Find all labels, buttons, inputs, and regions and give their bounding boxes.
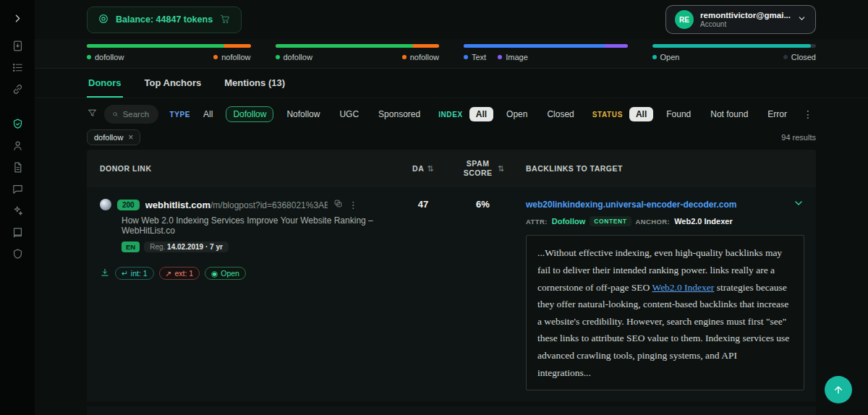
legend-dot (783, 55, 788, 59)
copy-icon[interactable] (333, 199, 343, 210)
spam-cell: 6% (448, 197, 517, 210)
external-links-badge: ↗ext: 1 (159, 267, 200, 280)
legend-dot (87, 55, 91, 59)
top-bar: Balance: 44847 tokens RE remonttivictor@… (35, 0, 868, 39)
search-box[interactable] (104, 105, 158, 124)
filter-status-found[interactable]: Found (660, 106, 697, 122)
target-link[interactable]: web20linkindexing.universal-encoder-deco… (526, 200, 736, 210)
balance-label: Balance: 44847 tokens (116, 14, 213, 25)
book-icon[interactable] (8, 223, 27, 241)
donor-url-link[interactable]: webhitlist.com/m/blogpost?id=6368021%3AB… (145, 200, 328, 210)
filter-index-open[interactable]: Open (500, 106, 534, 122)
tab-mentions[interactable]: Mentions (13) (223, 69, 286, 98)
filter-index-closed[interactable]: Closed (540, 106, 580, 122)
shield-check-icon[interactable] (8, 114, 27, 133)
header-backlinks: BACKLINKS TO TARGET (517, 164, 816, 173)
anchor-value: Web2.0 Indexer (674, 217, 733, 226)
anchor-text-link[interactable]: Web2.0 Indexer (652, 282, 714, 293)
backlinks-cell: web20linkindexing.universal-encoder-deco… (517, 197, 816, 390)
filter-type-sponsored[interactable]: Sponsored (372, 106, 427, 122)
filter-type-ugc[interactable]: UGC (333, 106, 365, 122)
cart-icon[interactable] (219, 13, 231, 27)
download-icon[interactable] (100, 268, 110, 280)
chip-close-icon[interactable]: × (128, 132, 133, 142)
sparkles-icon[interactable] (8, 201, 27, 220)
active-filters-row: dofollow × 94 results (87, 129, 816, 145)
sidebar-expand-icon[interactable] (8, 9, 27, 27)
chevron-down-icon (797, 14, 807, 25)
tab-donors[interactable]: Donors (87, 69, 123, 98)
header-spam-score: SPAM SCORE⇅ (448, 159, 517, 178)
filter-funnel-icon[interactable] (87, 108, 98, 121)
stat-open-closed: Open Closed (652, 44, 817, 61)
filter-index-all[interactable]: All (469, 107, 493, 121)
language-badge: EN (122, 241, 140, 252)
legend-dot (652, 55, 657, 59)
table-row: 200 webhitlist.com/m/blogpost?id=6368021… (87, 187, 816, 402)
report-icon[interactable] (8, 36, 27, 55)
search-icon (112, 110, 119, 119)
legend-dot (213, 55, 218, 59)
progress-bar (276, 44, 440, 48)
attr-label: ATTR: (526, 218, 548, 226)
legend-label: dofollow (284, 53, 312, 61)
stat-dofollow-nofollow-1: dofollow nofollow (87, 44, 251, 61)
token-coin-icon (98, 13, 109, 27)
header-donor-link: DONOR LINK (87, 164, 398, 173)
search-input[interactable] (123, 110, 150, 119)
legend-dot (464, 55, 468, 59)
header-da: DA⇅ (398, 164, 448, 174)
internal-links-badge: ↵int: 1 (115, 267, 154, 280)
progress-bar (652, 44, 817, 48)
tab-top-anchors[interactable]: Top Anchors (143, 69, 203, 98)
main-area: Balance: 44847 tokens RE remonttivictor@… (35, 0, 868, 415)
row-menu-icon[interactable]: ⋮ (349, 200, 358, 210)
filter-status-not-found[interactable]: Not found (704, 106, 754, 122)
filter-type-nofollow[interactable]: Nofollow (280, 106, 326, 122)
sidebar (0, 0, 35, 415)
sort-icon[interactable]: ⇅ (427, 164, 434, 174)
stat-dofollow-nofollow-2: dofollow nofollow (276, 44, 440, 61)
filter-chip-dofollow[interactable]: dofollow × (87, 129, 140, 145)
backlink-context-quote: ...Without effective indexing, even high… (526, 235, 804, 390)
legend-label: dofollow (95, 53, 124, 61)
scroll-to-top-button[interactable] (825, 376, 852, 403)
filter-bar: TYPE All Dofollow Nofollow UGC Sponsored… (87, 105, 816, 124)
site-favicon (100, 199, 111, 210)
filter-status-all[interactable]: All (629, 107, 653, 121)
anchor-label: ANCHOR: (636, 218, 671, 226)
document-icon[interactable] (8, 158, 27, 176)
checklist-icon[interactable] (8, 58, 27, 77)
results-count: 94 results (781, 133, 816, 142)
avatar: RE (675, 10, 694, 29)
account-label: Account (700, 20, 791, 30)
arrow-up-icon (833, 384, 844, 395)
expand-chevron-icon[interactable] (793, 197, 804, 211)
balance-button[interactable]: Balance: 44847 tokens (87, 7, 242, 33)
more-options-icon[interactable]: ⋮ (800, 108, 816, 120)
content-badge: CONTENT (590, 216, 631, 226)
user-icon[interactable] (8, 136, 27, 155)
filter-group-index-label: INDEX (438, 111, 463, 119)
shield-icon[interactable] (8, 244, 27, 263)
chat-icon[interactable] (8, 179, 27, 198)
stat-text-image: Text Image (464, 44, 628, 61)
account-email: remonttivictor@gmai... (700, 10, 791, 20)
filter-type-dofollow[interactable]: Dofollow (226, 106, 273, 122)
account-menu[interactable]: RE remonttivictor@gmai... Account (665, 5, 816, 35)
link-icon[interactable] (8, 80, 27, 98)
filter-status-error[interactable]: Error (761, 106, 793, 122)
spam-value: 6% (476, 199, 490, 210)
legend-label: Closed (791, 53, 816, 61)
donor-cell: 200 webhitlist.com/m/blogpost?id=6368021… (87, 197, 398, 280)
status-code-badge: 200 (117, 200, 140, 210)
progress-bar (464, 44, 628, 48)
open-status-badge[interactable]: ◉Open (205, 267, 246, 280)
donor-page-title: How Web 2.0 Indexing Services Improve Yo… (122, 215, 388, 236)
sort-icon[interactable]: ⇅ (498, 164, 505, 174)
attr-value: Dofollow (552, 217, 585, 226)
filter-group-status-label: STATUS (592, 111, 623, 119)
legend-label: Image (506, 53, 528, 61)
table-header: DONOR LINK DA⇅ SPAM SCORE⇅ BACKLINKS TO … (87, 150, 816, 187)
filter-type-all[interactable]: All (197, 106, 219, 122)
